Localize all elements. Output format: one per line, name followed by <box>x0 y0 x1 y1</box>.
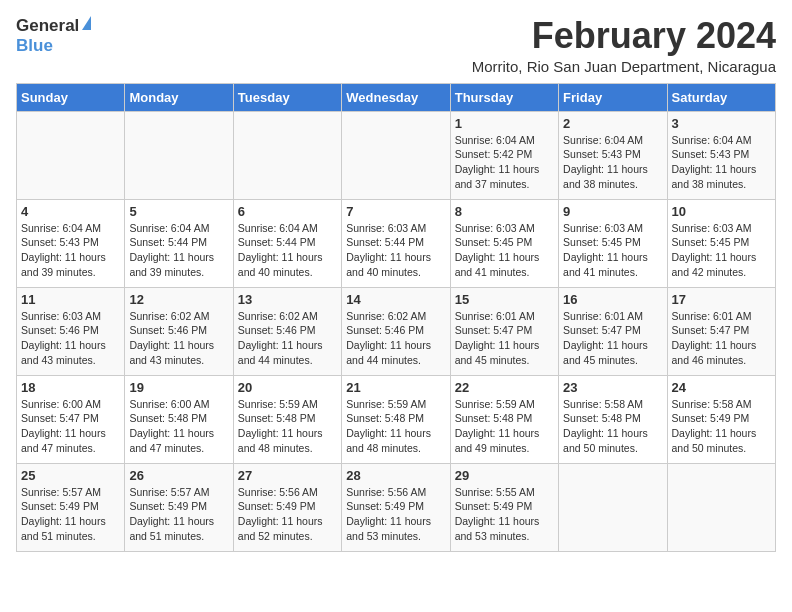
day-info: Sunrise: 6:04 AM Sunset: 5:43 PM Dayligh… <box>672 133 771 192</box>
calendar-cell: 18Sunrise: 6:00 AM Sunset: 5:47 PM Dayli… <box>17 375 125 463</box>
calendar-cell: 14Sunrise: 6:02 AM Sunset: 5:46 PM Dayli… <box>342 287 450 375</box>
day-info: Sunrise: 5:58 AM Sunset: 5:49 PM Dayligh… <box>672 397 771 456</box>
title-block: February 2024 Morrito, Rio San Juan Depa… <box>472 16 776 75</box>
calendar-week-4: 25Sunrise: 5:57 AM Sunset: 5:49 PM Dayli… <box>17 463 776 551</box>
calendar-cell: 24Sunrise: 5:58 AM Sunset: 5:49 PM Dayli… <box>667 375 775 463</box>
day-info: Sunrise: 6:01 AM Sunset: 5:47 PM Dayligh… <box>563 309 662 368</box>
day-number: 22 <box>455 380 554 395</box>
day-info: Sunrise: 6:03 AM Sunset: 5:45 PM Dayligh… <box>672 221 771 280</box>
day-number: 5 <box>129 204 228 219</box>
calendar-cell: 11Sunrise: 6:03 AM Sunset: 5:46 PM Dayli… <box>17 287 125 375</box>
day-number: 27 <box>238 468 337 483</box>
day-info: Sunrise: 6:00 AM Sunset: 5:47 PM Dayligh… <box>21 397 120 456</box>
calendar-cell: 6Sunrise: 6:04 AM Sunset: 5:44 PM Daylig… <box>233 199 341 287</box>
day-number: 8 <box>455 204 554 219</box>
header-saturday: Saturday <box>667 83 775 111</box>
header-sunday: Sunday <box>17 83 125 111</box>
day-number: 7 <box>346 204 445 219</box>
day-info: Sunrise: 6:03 AM Sunset: 5:45 PM Dayligh… <box>455 221 554 280</box>
calendar-cell <box>17 111 125 199</box>
day-info: Sunrise: 5:56 AM Sunset: 5:49 PM Dayligh… <box>346 485 445 544</box>
calendar-header-row: SundayMondayTuesdayWednesdayThursdayFrid… <box>17 83 776 111</box>
calendar-cell: 26Sunrise: 5:57 AM Sunset: 5:49 PM Dayli… <box>125 463 233 551</box>
calendar-cell <box>559 463 667 551</box>
day-info: Sunrise: 6:03 AM Sunset: 5:44 PM Dayligh… <box>346 221 445 280</box>
calendar-week-3: 18Sunrise: 6:00 AM Sunset: 5:47 PM Dayli… <box>17 375 776 463</box>
calendar-cell: 21Sunrise: 5:59 AM Sunset: 5:48 PM Dayli… <box>342 375 450 463</box>
calendar-cell: 10Sunrise: 6:03 AM Sunset: 5:45 PM Dayli… <box>667 199 775 287</box>
logo-blue: Blue <box>16 36 53 55</box>
day-info: Sunrise: 5:57 AM Sunset: 5:49 PM Dayligh… <box>21 485 120 544</box>
day-number: 12 <box>129 292 228 307</box>
calendar-cell: 7Sunrise: 6:03 AM Sunset: 5:44 PM Daylig… <box>342 199 450 287</box>
day-info: Sunrise: 5:59 AM Sunset: 5:48 PM Dayligh… <box>346 397 445 456</box>
day-number: 3 <box>672 116 771 131</box>
day-info: Sunrise: 6:04 AM Sunset: 5:43 PM Dayligh… <box>563 133 662 192</box>
day-number: 23 <box>563 380 662 395</box>
day-info: Sunrise: 6:03 AM Sunset: 5:45 PM Dayligh… <box>563 221 662 280</box>
day-number: 14 <box>346 292 445 307</box>
calendar-cell: 15Sunrise: 6:01 AM Sunset: 5:47 PM Dayli… <box>450 287 558 375</box>
calendar-cell: 27Sunrise: 5:56 AM Sunset: 5:49 PM Dayli… <box>233 463 341 551</box>
day-number: 17 <box>672 292 771 307</box>
calendar-cell: 5Sunrise: 6:04 AM Sunset: 5:44 PM Daylig… <box>125 199 233 287</box>
day-info: Sunrise: 6:01 AM Sunset: 5:47 PM Dayligh… <box>455 309 554 368</box>
header-monday: Monday <box>125 83 233 111</box>
day-info: Sunrise: 6:04 AM Sunset: 5:43 PM Dayligh… <box>21 221 120 280</box>
month-year-title: February 2024 <box>472 16 776 56</box>
day-info: Sunrise: 6:04 AM Sunset: 5:44 PM Dayligh… <box>129 221 228 280</box>
day-info: Sunrise: 6:02 AM Sunset: 5:46 PM Dayligh… <box>129 309 228 368</box>
day-number: 19 <box>129 380 228 395</box>
calendar-cell: 19Sunrise: 6:00 AM Sunset: 5:48 PM Dayli… <box>125 375 233 463</box>
day-info: Sunrise: 6:00 AM Sunset: 5:48 PM Dayligh… <box>129 397 228 456</box>
calendar-cell <box>233 111 341 199</box>
calendar-body: 1Sunrise: 6:04 AM Sunset: 5:42 PM Daylig… <box>17 111 776 551</box>
header-friday: Friday <box>559 83 667 111</box>
calendar-cell: 28Sunrise: 5:56 AM Sunset: 5:49 PM Dayli… <box>342 463 450 551</box>
calendar-cell: 3Sunrise: 6:04 AM Sunset: 5:43 PM Daylig… <box>667 111 775 199</box>
day-info: Sunrise: 6:03 AM Sunset: 5:46 PM Dayligh… <box>21 309 120 368</box>
calendar-cell: 1Sunrise: 6:04 AM Sunset: 5:42 PM Daylig… <box>450 111 558 199</box>
calendar-cell <box>342 111 450 199</box>
day-number: 11 <box>21 292 120 307</box>
day-number: 26 <box>129 468 228 483</box>
day-number: 10 <box>672 204 771 219</box>
day-number: 2 <box>563 116 662 131</box>
day-info: Sunrise: 5:59 AM Sunset: 5:48 PM Dayligh… <box>238 397 337 456</box>
calendar-cell: 4Sunrise: 6:04 AM Sunset: 5:43 PM Daylig… <box>17 199 125 287</box>
day-info: Sunrise: 5:56 AM Sunset: 5:49 PM Dayligh… <box>238 485 337 544</box>
logo: General Blue <box>16 16 91 56</box>
day-number: 16 <box>563 292 662 307</box>
header: General Blue February 2024 Morrito, Rio … <box>16 16 776 75</box>
day-number: 6 <box>238 204 337 219</box>
calendar-week-2: 11Sunrise: 6:03 AM Sunset: 5:46 PM Dayli… <box>17 287 776 375</box>
calendar-cell: 9Sunrise: 6:03 AM Sunset: 5:45 PM Daylig… <box>559 199 667 287</box>
header-thursday: Thursday <box>450 83 558 111</box>
calendar-cell: 25Sunrise: 5:57 AM Sunset: 5:49 PM Dayli… <box>17 463 125 551</box>
day-number: 29 <box>455 468 554 483</box>
day-info: Sunrise: 6:04 AM Sunset: 5:44 PM Dayligh… <box>238 221 337 280</box>
logo-triangle-icon <box>82 16 91 30</box>
day-info: Sunrise: 6:02 AM Sunset: 5:46 PM Dayligh… <box>346 309 445 368</box>
day-info: Sunrise: 6:01 AM Sunset: 5:47 PM Dayligh… <box>672 309 771 368</box>
calendar-cell: 12Sunrise: 6:02 AM Sunset: 5:46 PM Dayli… <box>125 287 233 375</box>
calendar-cell <box>667 463 775 551</box>
calendar-cell: 13Sunrise: 6:02 AM Sunset: 5:46 PM Dayli… <box>233 287 341 375</box>
day-info: Sunrise: 6:04 AM Sunset: 5:42 PM Dayligh… <box>455 133 554 192</box>
logo-general: General <box>16 16 79 36</box>
day-number: 21 <box>346 380 445 395</box>
day-number: 28 <box>346 468 445 483</box>
calendar-cell: 17Sunrise: 6:01 AM Sunset: 5:47 PM Dayli… <box>667 287 775 375</box>
calendar-cell: 22Sunrise: 5:59 AM Sunset: 5:48 PM Dayli… <box>450 375 558 463</box>
calendar-table: SundayMondayTuesdayWednesdayThursdayFrid… <box>16 83 776 552</box>
day-number: 18 <box>21 380 120 395</box>
day-number: 24 <box>672 380 771 395</box>
calendar-cell: 23Sunrise: 5:58 AM Sunset: 5:48 PM Dayli… <box>559 375 667 463</box>
calendar-cell: 16Sunrise: 6:01 AM Sunset: 5:47 PM Dayli… <box>559 287 667 375</box>
day-info: Sunrise: 5:59 AM Sunset: 5:48 PM Dayligh… <box>455 397 554 456</box>
header-wednesday: Wednesday <box>342 83 450 111</box>
day-number: 20 <box>238 380 337 395</box>
calendar-cell: 29Sunrise: 5:55 AM Sunset: 5:49 PM Dayli… <box>450 463 558 551</box>
day-number: 15 <box>455 292 554 307</box>
day-info: Sunrise: 6:02 AM Sunset: 5:46 PM Dayligh… <box>238 309 337 368</box>
